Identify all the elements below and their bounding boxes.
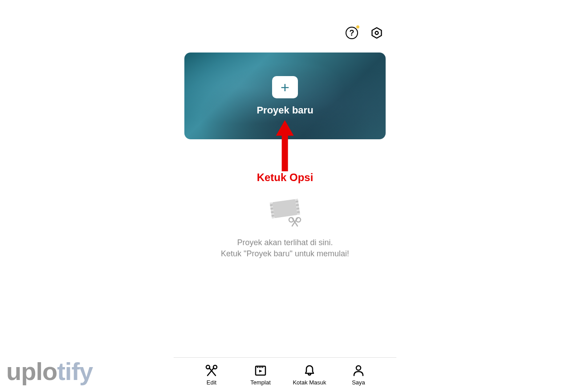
- nav-label: Edit: [207, 379, 216, 386]
- nav-template[interactable]: Templat: [236, 364, 285, 386]
- help-icon: ?: [346, 27, 358, 39]
- svg-point-26: [356, 366, 361, 370]
- nav-label: Saya: [352, 379, 365, 386]
- watermark-part2: tify: [57, 357, 93, 385]
- svg-rect-1: [273, 199, 298, 218]
- template-icon: [254, 364, 267, 377]
- nav-label: Templat: [250, 379, 271, 386]
- svg-rect-9: [296, 204, 299, 206]
- empty-line1: Proyek akan terlihat di sini.: [221, 237, 349, 248]
- plus-icon: +: [281, 80, 289, 95]
- settings-icon: [370, 27, 383, 39]
- empty-state: Proyek akan terlihat di sini. Ketuk "Pro…: [174, 196, 396, 259]
- help-button[interactable]: ?: [346, 27, 358, 39]
- empty-state-text: Proyek akan terlihat di sini. Ketuk "Pro…: [221, 237, 349, 259]
- tutorial-annotation: Ketuk Opsi: [257, 118, 314, 184]
- nav-label: Kotak Masuk: [293, 379, 326, 386]
- empty-line2: Ketuk "Proyek baru" untuk memulai!: [221, 248, 349, 259]
- svg-point-16: [294, 221, 296, 222]
- annotation-text: Ketuk Opsi: [257, 171, 314, 184]
- svg-point-0: [375, 32, 379, 35]
- svg-rect-10: [297, 207, 299, 210]
- svg-rect-6: [271, 211, 273, 213]
- svg-rect-4: [270, 204, 273, 206]
- plus-icon-container: +: [272, 76, 298, 98]
- header: ?: [174, 0, 396, 46]
- svg-rect-7: [271, 214, 274, 217]
- svg-rect-5: [270, 208, 273, 210]
- nav-profile[interactable]: Saya: [334, 364, 383, 386]
- nav-inbox[interactable]: Kotak Masuk: [285, 364, 334, 386]
- notification-dot-icon: [356, 25, 359, 28]
- settings-button[interactable]: [370, 27, 383, 39]
- watermark-part1: uplo: [6, 357, 57, 385]
- bottom-navigation: Edit Templat Kotak Masuk: [174, 357, 396, 388]
- empty-projects-icon: [267, 196, 303, 229]
- bell-icon: [303, 364, 316, 377]
- svg-rect-8: [296, 201, 298, 203]
- person-icon: [352, 364, 365, 377]
- nav-edit[interactable]: Edit: [187, 364, 236, 386]
- svg-rect-11: [297, 211, 300, 213]
- watermark: uplotify: [6, 357, 93, 386]
- arrow-up-icon: [274, 118, 296, 171]
- new-project-label: Proyek baru: [256, 105, 313, 116]
- app-screen: ? + Proyek baru Ketuk Opsi: [174, 0, 396, 392]
- scissors-icon: [205, 364, 218, 377]
